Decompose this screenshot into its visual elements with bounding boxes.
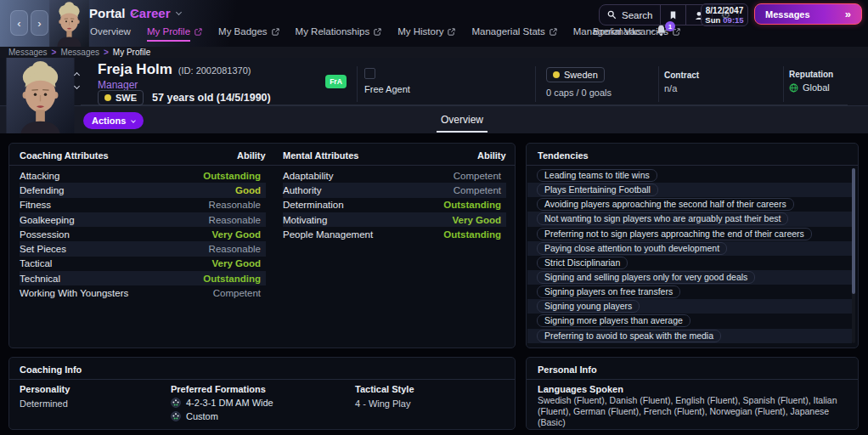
divider [357,66,358,102]
day-value: Sun [705,15,720,25]
notification-badge: 1 [665,21,675,31]
bookmarks-label: Bookmarks [593,26,642,37]
person-scroller [75,73,79,88]
chevron-down-icon [176,8,182,14]
search-icon [607,10,617,20]
nav-item-my-relationships[interactable]: My Relationships [296,26,382,42]
attribute-row: GoalkeepingReasonable [20,212,266,227]
back-button[interactable]: ‹ [10,10,28,36]
tendencies-title: Tendencies [538,150,589,161]
attribute-row: PossessionVery Good [20,227,266,241]
portal-menu[interactable]: Portal [89,6,136,20]
career-menu[interactable]: Career [130,6,181,20]
bookmark-button[interactable] [661,5,686,25]
divider [527,379,858,380]
nav-item-overview[interactable]: Overview [90,26,131,42]
attribute-row: DefendingGood [20,183,266,197]
date-value: 8/12/2047 [706,6,744,15]
globe-icon [789,83,798,93]
contract-label: Contract [664,71,699,80]
tendency-row: Preferring not to sign players approachi… [527,227,852,241]
manager-avatar [49,0,89,47]
personal-info-panel: Personal Info Languages Spoken Swedish (… [526,357,859,430]
attribute-row: Set PiecesReasonable [20,241,266,256]
nav-item-my-profile[interactable]: My Profile [147,26,202,42]
reputation-value: Global [803,82,830,93]
manager-age: 57 years old (14/5/1990) [152,92,271,104]
tendency-pill: Leading teams to title wins [537,169,657,182]
tactical-style-value: 4 - Wing Play [355,398,414,409]
preferred-formations-section: Preferred Formations 4-2-3-1 DM AM Wide [171,384,273,421]
ability-column-header: Ability [477,150,506,161]
nation-badge[interactable]: Sweden [546,67,605,82]
club-logo-placeholder [364,68,375,79]
messages-button[interactable]: Messages » [754,3,862,25]
messages-label: Messages [765,9,810,20]
actions-button[interactable]: Actions [83,112,144,129]
formation-item: 4-2-3-1 DM AM Wide [171,398,273,408]
breadcrumb: Messages > Messages > My Profile [0,47,868,58]
nationality-badge[interactable]: SWE [98,90,144,105]
divider [783,66,784,102]
notification-button[interactable]: 1 [655,24,672,41]
forward-button[interactable]: › [31,10,48,36]
tendency-pill: Not wanting to sign players who are argu… [537,212,788,225]
tendency-row: Leading teams to title wins [527,168,852,183]
attribute-row: Working With YoungstersCompetent [20,285,266,300]
ability-column-header: Ability [237,150,266,161]
top-bar: ‹ › [0,0,868,47]
sweden-flag-icon [553,71,560,78]
free-agent-badge: FrA [325,75,347,88]
languages-label: Languages Spoken [538,384,623,394]
attribute-row: AuthorityCompetent [283,183,506,197]
external-link-icon [194,28,202,36]
app-window: ‹ › [0,0,868,435]
divider [527,165,858,166]
tactical-style-section: Tactical Style 4 - Wing Play [355,384,414,409]
tendency-row: Signing players on free transfers [527,285,852,299]
tendency-pill: Paying close attention to youth developm… [537,242,727,255]
tendency-row: Signing more players than average [527,314,852,328]
scrollbar-thumb[interactable] [852,168,855,294]
caps-goals: 0 caps / 0 goals [546,88,612,98]
tendency-pill: Preferring to avoid to speak with the me… [537,330,721,342]
breadcrumb-item[interactable]: Messages [8,48,48,57]
coaching-attributes-table: AttackingOutstanding DefendingGood Fitne… [20,168,266,301]
game-date[interactable]: 8/12/2047 Sun 09:15 [701,3,748,26]
reputation-label: Reputation [789,70,833,79]
portal-label: Portal [89,6,126,20]
tab-overview[interactable]: Overview [420,111,504,127]
breadcrumb-separator: > [52,48,57,57]
tendency-row: Paying close attention to youth developm… [527,241,852,256]
external-link-icon [272,28,279,36]
breadcrumb-item[interactable]: Messages [60,48,99,57]
mental-attributes-title: Mental Attributes [283,150,358,161]
tendency-row: Plays Entertaining Football [527,183,852,197]
chevron-down-icon [132,118,137,123]
attribute-row: FitnessReasonable [20,198,266,212]
nav-item-my-history[interactable]: My History [397,26,455,42]
attribute-row: TechnicalOutstanding [20,271,266,285]
nav-item-managerial-stats[interactable]: Managerial Stats [471,26,556,42]
divider [535,66,536,102]
chevron-up-icon[interactable] [74,72,80,78]
breadcrumb-current: My Profile [113,48,150,57]
attribute-row: AttackingOutstanding [20,168,266,183]
languages-value: Swedish (Fluent), Danish (Fluent), Engli… [538,395,848,428]
tendency-row: Not wanting to sign players who are argu… [527,212,852,226]
tendency-row: Avoiding players approaching the second … [527,197,852,212]
tendency-pill: Signing young players [537,300,640,313]
attribute-row: AdaptabilityCompetent [283,168,506,183]
sweden-flag-icon [104,94,111,101]
search-button[interactable]: Search [600,5,661,25]
nav-item-my-badges[interactable]: My Badges [218,26,279,42]
forward-icon: › [37,17,41,30]
career-label: Career [130,6,171,20]
bookmarks-dropdown[interactable]: Bookmarks [593,26,654,37]
divider [658,66,659,102]
contract-value: n/a [664,83,699,93]
chevron-down-icon[interactable] [74,83,80,89]
tendencies-scrollbar[interactable] [852,168,855,343]
manager-name: Freja Holm [98,61,172,78]
external-link-icon [374,28,381,36]
